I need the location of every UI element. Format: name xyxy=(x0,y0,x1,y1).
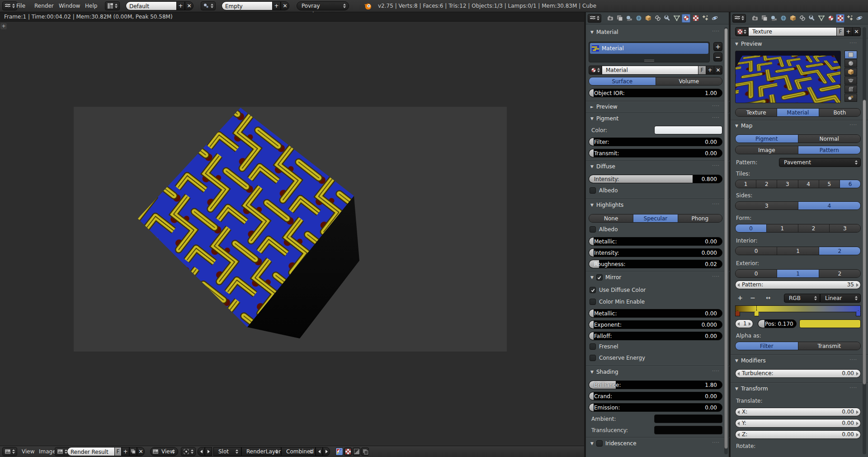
specular-metallic-slider[interactable]: Metallic: 0.00 xyxy=(589,237,722,246)
fresnel-checkbox[interactable]: Fresnel xyxy=(590,343,618,350)
pigment-color-swatch[interactable] xyxy=(654,126,722,134)
object-ior-slider[interactable]: Object IOR: 1.00 xyxy=(589,89,722,97)
exterior-option-0[interactable]: 0 xyxy=(736,270,777,277)
tiles-option-5[interactable]: 5 xyxy=(819,180,840,188)
pigment-panel-header[interactable]: ▼ Pigment ···· xyxy=(590,114,724,123)
modifiers-panel-header[interactable]: ▼ Modifiers ···· xyxy=(735,357,862,365)
scrollbar-track[interactable] xyxy=(724,27,728,454)
alpha-transmit-button[interactable]: Transmit xyxy=(798,342,861,350)
highlights-albedo-checkbox[interactable]: Albedo xyxy=(590,226,618,233)
emission-slider[interactable]: Emission: 0.00 xyxy=(589,403,722,412)
active-stop-color-swatch[interactable] xyxy=(799,319,861,328)
tab-modifiers[interactable] xyxy=(663,14,671,23)
tab-particles[interactable] xyxy=(845,14,854,23)
tab-object[interactable] xyxy=(788,14,797,23)
tab-texture[interactable] xyxy=(691,14,700,23)
material-fake-user-button[interactable]: F xyxy=(698,66,706,75)
pass-prev-button[interactable] xyxy=(316,447,323,456)
tab-material[interactable] xyxy=(682,14,690,23)
diffuse-intensity-slider[interactable]: Intensity: 0.800 xyxy=(589,175,722,183)
tab-render-layers[interactable] xyxy=(615,14,624,23)
alpha-filter-button[interactable]: Filter xyxy=(736,342,798,350)
interior-option-1[interactable]: 1 xyxy=(777,247,819,255)
crand-slider[interactable]: Crand: 0.00 xyxy=(589,392,722,400)
editor-type-button-image[interactable] xyxy=(2,447,17,456)
tab-object-data[interactable] xyxy=(817,14,826,23)
pattern-number-field[interactable]: Pattern: 35 xyxy=(735,281,861,289)
tab-world[interactable] xyxy=(779,14,788,23)
source-pattern-button[interactable]: Pattern xyxy=(798,146,861,154)
scene-browse-button[interactable] xyxy=(201,1,216,10)
interior-option-2[interactable]: 2 xyxy=(819,247,860,255)
tab-render[interactable] xyxy=(750,14,759,23)
gradient-bar[interactable] xyxy=(735,305,861,312)
preview-hair-button[interactable] xyxy=(844,85,857,93)
material-slot-remove-button[interactable]: − xyxy=(713,52,722,62)
scrollbar-thumb[interactable] xyxy=(724,28,728,449)
diffuse-albedo-checkbox[interactable]: Albedo xyxy=(590,187,618,194)
form-option-3[interactable]: 3 xyxy=(830,224,860,232)
tab-texture[interactable] xyxy=(836,14,844,23)
scrollbar-track[interactable] xyxy=(863,27,866,454)
translate-z-field[interactable]: Z: 0.00 xyxy=(735,430,861,439)
interior-option-0[interactable]: 0 xyxy=(736,247,777,255)
highlights-none-button[interactable]: None xyxy=(589,214,633,222)
image-name-field[interactable]: Render Result xyxy=(67,447,114,456)
tiles-option-3[interactable]: 3 xyxy=(777,180,798,188)
material-name-field[interactable]: Material xyxy=(602,66,698,75)
tab-object[interactable] xyxy=(644,14,652,23)
sides-option-4[interactable]: 4 xyxy=(798,202,861,209)
material-slot-add-button[interactable]: + xyxy=(713,42,722,51)
material-new-button[interactable]: + xyxy=(706,66,714,75)
image-pack-button[interactable] xyxy=(129,447,137,456)
tab-physics[interactable] xyxy=(855,14,863,23)
diffuse-panel-header[interactable]: ▼ Diffuse ···· xyxy=(590,162,724,171)
conserve-energy-checkbox[interactable]: Conserve Energy xyxy=(590,354,645,362)
tab-render-layers[interactable] xyxy=(760,14,769,23)
pattern-select[interactable]: Pavement xyxy=(779,158,861,167)
slot-next-button[interactable] xyxy=(205,447,212,456)
highlights-phong-button[interactable]: Phong xyxy=(678,214,722,222)
target-pigment-button[interactable]: Pigment xyxy=(736,135,798,143)
exterior-option-2[interactable]: 2 xyxy=(819,270,860,277)
screen-layout-browse-button[interactable] xyxy=(105,1,120,10)
highlights-panel-header[interactable]: ▼ Highlights ···· xyxy=(590,201,724,209)
sides-option-3[interactable]: 3 xyxy=(736,202,798,209)
volume-tab[interactable]: Volume xyxy=(656,77,722,85)
tab-render[interactable] xyxy=(606,14,614,23)
render-slot-select[interactable]: Slot 1 xyxy=(213,447,241,456)
preview-cube-button[interactable] xyxy=(844,68,857,76)
transmit-slider[interactable]: Transmit: 0.00 xyxy=(589,149,722,157)
translate-y-field[interactable]: Y: 0.00 xyxy=(735,419,861,428)
specular-roughness-slider[interactable]: Roughness: 0.02 xyxy=(589,260,722,268)
preview-both-button[interactable] xyxy=(844,94,857,102)
render-layer-select[interactable]: RenderLayer xyxy=(241,447,281,456)
tab-particles[interactable] xyxy=(701,14,709,23)
image-fake-user-button[interactable]: F xyxy=(114,447,122,456)
tiles-option-4[interactable]: 4 xyxy=(798,180,819,188)
mirror-metallic-slider[interactable]: Metallic: 0.00 xyxy=(589,309,722,318)
render-engine-select[interactable]: Povray render xyxy=(297,1,349,10)
color-min-enable-checkbox[interactable]: Color Min Enable xyxy=(590,298,645,305)
menu-render[interactable]: Render xyxy=(32,0,57,12)
iridescence-enable-checkbox[interactable] xyxy=(596,440,603,447)
scene-add-button[interactable]: + xyxy=(272,1,281,10)
turbulence-field[interactable]: Turbulence: 0.00 xyxy=(735,369,861,378)
filter-slider[interactable]: Filter: 0.00 xyxy=(589,138,722,146)
mirror-panel-header[interactable]: ▼ Mirror ···· xyxy=(590,273,724,281)
texture-preview-header[interactable]: ▼ Preview ···· xyxy=(735,40,862,48)
colorband-mode-select[interactable]: RGB xyxy=(784,294,820,303)
transform-panel-header[interactable]: ▼ Transform ···· xyxy=(735,385,862,393)
image-unlink-button[interactable]: ✕ xyxy=(137,447,145,456)
screen-layout-name-field[interactable]: Default xyxy=(126,1,176,10)
menu-file[interactable]: File xyxy=(14,0,28,12)
editor-type-button-properties[interactable] xyxy=(588,14,601,23)
material-unlink-button[interactable]: ✕ xyxy=(714,66,722,75)
highlights-specular-button[interactable]: Specular xyxy=(633,214,678,222)
pivot-select-button[interactable] xyxy=(181,447,196,456)
form-option-1[interactable]: 1 xyxy=(767,224,798,232)
draw-channels-rgba-toggle[interactable] xyxy=(335,447,343,456)
show-both-button[interactable]: Both xyxy=(819,109,860,116)
iridescence-panel-header[interactable]: ▼ Iridescence ···· xyxy=(590,439,724,447)
preview-sphere-button[interactable] xyxy=(844,59,857,67)
